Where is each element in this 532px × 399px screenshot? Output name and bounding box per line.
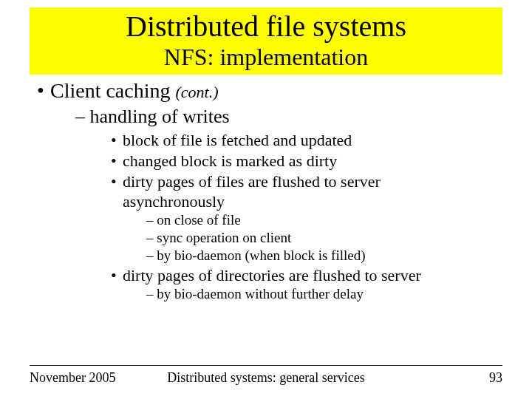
bullet-text: dirty pages of files are flushed to serv… <box>123 172 381 191</box>
slide: Distributed file systems NFS: implementa… <box>0 7 532 399</box>
bullet-dot-icon: • <box>111 172 123 191</box>
footer-row: November 2005 Distributed systems: gener… <box>30 370 502 386</box>
bullet-dot-icon: • <box>111 266 123 285</box>
footer-title: Distributed systems: general services <box>30 370 502 386</box>
footer-rule <box>30 365 502 366</box>
bullet-level3: •changed block is marked as dirty <box>111 151 502 171</box>
bullet-level2: – handling of writes <box>75 105 502 129</box>
bullet-level4: – on close of file <box>146 212 502 229</box>
bullet-level3-continuation: asynchronously <box>123 192 502 211</box>
bullet-level4: – sync operation on client <box>146 230 502 247</box>
bullet-dot-icon: • <box>111 131 123 150</box>
bullet-level4: – by bio-daemon without further delay <box>146 286 502 303</box>
bullet-text: dirty pages of directories are flushed t… <box>123 266 421 284</box>
bullet-level3: •dirty pages of directories are flushed … <box>111 266 502 285</box>
slide-title: Distributed file systems <box>30 10 502 43</box>
dash-icon: – <box>146 230 157 245</box>
bullet-level1: •Client caching (cont.) <box>37 78 502 103</box>
dash-icon: – <box>146 286 157 301</box>
bullet-dot-icon: • <box>111 151 123 171</box>
bullet-text: by bio-daemon without further delay <box>157 286 364 301</box>
dash-icon: – <box>146 248 157 263</box>
dash-icon: – <box>146 212 157 228</box>
title-banner: Distributed file systems NFS: implementa… <box>30 7 502 75</box>
dash-icon: – <box>75 106 90 127</box>
slide-footer: November 2005 Distributed systems: gener… <box>30 365 502 386</box>
bullet-text: changed block is marked as dirty <box>123 151 337 170</box>
bullet-text: sync operation on client <box>157 230 291 245</box>
bullet-text: handling of writes <box>90 106 230 127</box>
bullet-level3: •dirty pages of files are flushed to ser… <box>111 172 502 191</box>
bullet-cont: (cont.) <box>176 83 219 101</box>
slide-body: •Client caching (cont.) – handling of wr… <box>30 78 502 303</box>
bullet-text: on close of file <box>157 212 240 228</box>
bullet-dot-icon: • <box>37 78 50 103</box>
slide-subtitle: NFS: implementation <box>30 44 502 70</box>
bullet-text: by bio-daemon (when block is filled) <box>157 248 365 263</box>
bullet-text: block of file is fetched and updated <box>123 131 352 149</box>
bullet-level4: – by bio-daemon (when block is filled) <box>146 248 502 265</box>
bullet-level3: •block of file is fetched and updated <box>111 131 502 150</box>
bullet-text: Client caching <box>50 79 176 102</box>
